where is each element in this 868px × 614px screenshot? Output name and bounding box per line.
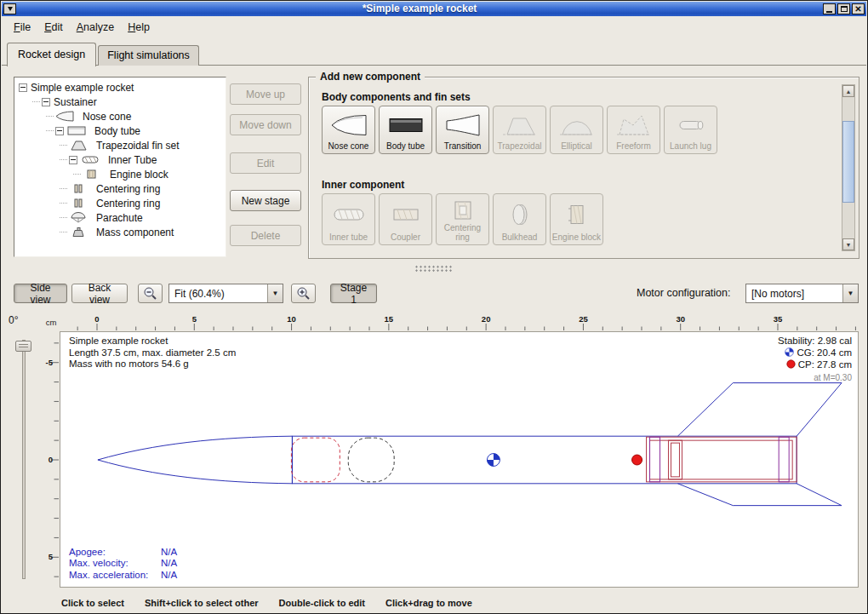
tree-expander[interactable] [55,127,64,135]
svg-text:-5: -5 [46,358,54,367]
status-hint: Shift+click to select other [145,598,259,608]
add-freeform-button[interactable]: Freeform [607,106,660,154]
tree-item-parachute[interactable]: Parachute [16,210,224,225]
tree-item-sustainer[interactable]: Sustainer [16,95,224,109]
menu-analyze[interactable]: Analyze [70,19,121,36]
add-transition-button[interactable]: Transition [436,106,489,154]
tree-item-mass-component[interactable]: Mass component [16,225,224,239]
window-menu-button[interactable] [3,3,16,14]
component-button-label: Launch lug [670,142,711,152]
add-bulkhead-button[interactable]: Bulkhead [493,193,546,245]
minimize-icon [826,11,832,13]
max-velocity-label: Max. velocity: [69,558,161,570]
svg-text:5: 5 [49,552,54,561]
component-button-label: Centering ring [437,224,488,242]
tree-item-engine-block[interactable]: Engine block [16,167,224,181]
edit-button[interactable]: Edit [230,152,301,174]
component-scrollbar[interactable]: ▲ ▼ [842,84,855,251]
back-view-button[interactable]: Back view [71,284,128,303]
combo-arrow-icon[interactable]: ▼ [267,284,283,302]
move-down-button[interactable]: Move down [230,114,301,135]
close-button[interactable]: ✕ [852,3,865,14]
splitter-handle[interactable] [2,262,866,274]
scroll-down-button[interactable]: ▼ [842,238,854,250]
menu-edit[interactable]: Edit [37,19,70,36]
add-elliptical-button[interactable]: Elliptical [550,106,603,154]
tree-expander[interactable] [42,98,50,106]
combo-arrow-icon[interactable]: ▼ [842,284,858,302]
nose-cone-icon [55,111,79,122]
tab-rocket-design[interactable]: Rocket design [7,43,96,66]
zoom-level-select[interactable]: Fit (60.4%) ▼ [168,284,283,303]
add-coupler-button[interactable]: Coupler [379,193,432,245]
scrollbar-thumb[interactable] [842,121,854,203]
tree-item-trapezoidal-fin-set[interactable]: Trapezoidal fin set [16,138,224,152]
svg-text:0: 0 [94,314,99,324]
menu-help[interactable]: Help [121,19,157,36]
parachute-outline [291,438,340,482]
stage-1-toggle[interactable]: Stage 1 [330,284,377,303]
scroll-up-button[interactable]: ▲ [842,85,854,97]
upper-fin-outline [677,383,842,437]
fin-set-icon [69,140,93,151]
status-hint: Click to select [61,598,124,608]
inner-tube-icon [81,154,105,165]
zoom-out-button[interactable] [138,284,163,303]
tree-item-body-tube[interactable]: Body tube [16,123,224,138]
cp-marker [632,455,642,465]
add-centering-ring-button[interactable]: Centering ring [436,193,489,245]
status-bar: Click to selectShift+click to select oth… [2,592,866,613]
minimize-button[interactable] [823,3,836,14]
rocket-dimensions: Length 37.5 cm, max. diameter 2.5 cm [69,347,236,359]
tree-item-nose-cone[interactable]: Nose cone [16,109,224,123]
launch-lug-icon [672,109,710,142]
component-tree[interactable]: Simple example rocketSustainerNose coneB… [14,77,226,257]
tree-item-simple-example-rocket[interactable]: Simple example rocket [16,80,224,95]
cp-icon [786,359,796,372]
motor-configuration-select[interactable]: [No motors] ▼ [745,284,859,303]
add-body-tube-button[interactable]: Body tube [379,106,432,154]
stability-info: Stability: 2.98 cal CG: 20.4 cm CP: 27.8… [778,336,852,383]
tree-line [60,203,67,204]
add-trapezoidal-button[interactable]: Trapezoidal [493,106,546,154]
delete-button[interactable]: Delete [230,225,301,246]
new-stage-button[interactable]: New stage [230,190,301,211]
mass-component-outline [348,438,394,482]
component-button-row: Inner tubeCouplerCentering ringBulkheadE… [322,193,603,245]
tree-item-label: Parachute [96,212,143,224]
section-label-body-components-and-fin-sets: Body components and fin sets [322,91,471,103]
zoom-in-button[interactable] [291,284,316,303]
tree-line [46,116,54,117]
trapezoidal-icon [501,109,539,142]
cp-value: 27.8 cm [817,359,852,370]
freeform-icon [615,109,653,142]
inner-tube-icon [330,197,368,233]
stability-label: Stability: [778,336,814,346]
add-launch-lug-button[interactable]: Launch lug [664,106,717,154]
cg-value: 20.4 cm [817,347,852,358]
rotation-slider[interactable] [22,340,26,579]
move-up-button[interactable]: Move up [230,83,301,105]
tree-item-label: Inner Tube [108,154,157,166]
tree-expander[interactable] [19,83,27,92]
side-view-button[interactable]: Side view [14,284,67,303]
tab-flight-simulations[interactable]: Flight simulations [98,45,199,66]
rotation-slider-thumb[interactable] [15,341,31,352]
add-nose-cone-button[interactable]: Nose cone [322,106,375,154]
add-inner-tube-button[interactable]: Inner tube [322,193,375,245]
maximize-button[interactable] [837,3,850,14]
rocket-view-canvas[interactable]: Simple example rocket Length 37.5 cm, ma… [60,331,859,588]
tree-item-centering-ring[interactable]: Centering ring [16,196,224,210]
centering-ring-icon [69,198,93,209]
tree-item-centering-ring[interactable]: Centering ring [16,181,224,196]
add-component-group: Add new component Body components and fi… [308,77,859,259]
tree-item-inner-tube[interactable]: Inner Tube [16,152,224,167]
add-engine-block-button[interactable]: Engine block [550,193,603,245]
component-button-label: Body tube [386,142,425,152]
inner-tube-outline [647,437,797,482]
tree-expander[interactable] [69,156,77,164]
menu-file[interactable]: File [7,19,37,36]
tree-item-label: Centering ring [96,183,160,195]
tree-item-label: Mass component [96,227,174,238]
parachute-icon [69,212,93,223]
